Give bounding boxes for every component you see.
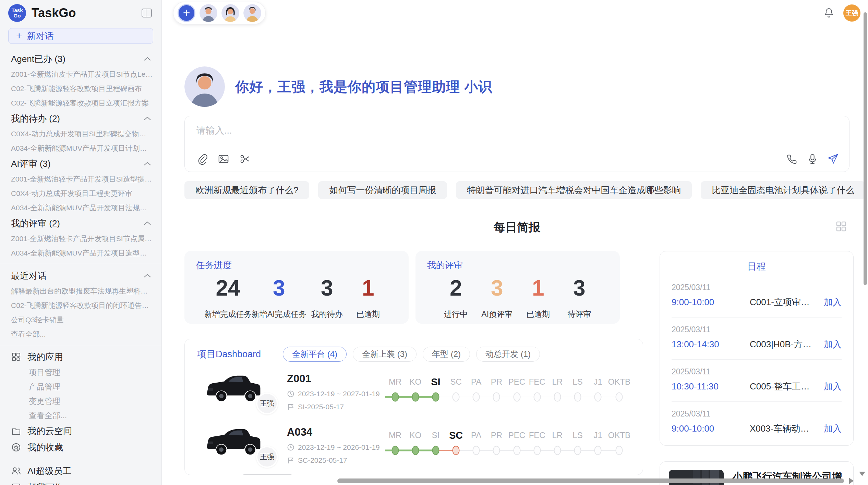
schedule-title: 日程	[672, 260, 842, 273]
app-shortcut-item[interactable]: 项目管理	[0, 365, 161, 380]
join-link[interactable]: 加入	[824, 296, 842, 308]
sidebar-conversation-item[interactable]: A034-全新新能源MUV产品开发项目法规符合性评审	[0, 201, 161, 215]
agent-avatar-3[interactable]	[243, 4, 261, 22]
sidebar-conversation-item[interactable]: Z001-全新燃油皮卡产品开发项目SI节点Lesson Learn报告	[0, 67, 161, 82]
add-agent-button[interactable]: +	[178, 4, 195, 22]
stat-card: 我的评审 2 进行中 3	[415, 251, 620, 324]
dashboard-tab[interactable]: 全新平台 (4)	[283, 347, 347, 362]
my-apps-label: 我的应用	[27, 351, 63, 363]
dashboard-tab[interactable]: 动总开发 (1)	[476, 347, 540, 362]
recent-conversation-item[interactable]: 解释最新出台的欧盟报废车法规再生塑料比例被调至15%...	[0, 284, 161, 298]
phone-icon[interactable]	[786, 153, 798, 165]
sidebar-conversation-item[interactable]: C0X4-动力总成开发项目工程变更评审	[0, 186, 161, 201]
suggestion-chip[interactable]: 特朗普可能对进口汽车增税会对中国车企造成哪些影响	[456, 181, 692, 199]
sidebar-conversation-item[interactable]: C0X4-动力总成开发项目SI里程碑提交物检查	[0, 127, 161, 141]
logo-text-top: Task	[11, 8, 23, 13]
join-link[interactable]: 加入	[824, 338, 842, 350]
stat-value: 3	[252, 275, 306, 301]
stat-value: 3	[477, 275, 518, 301]
milestone-dot	[432, 393, 439, 402]
recent-conversation-item[interactable]: C02-飞腾新能源轻客改款项目的闭环通告反馈情况	[0, 298, 161, 313]
sidebar-section-header[interactable]: 我的评审 (2)	[0, 215, 161, 232]
join-link[interactable]: 加入	[824, 423, 842, 435]
cloud-space-label: 我的云空间	[27, 425, 72, 437]
image-icon[interactable]	[218, 153, 229, 165]
dashboard-tab[interactable]: 全新上装 (3)	[353, 347, 417, 362]
stat-label: 已逾期	[348, 309, 389, 320]
send-icon[interactable]	[827, 153, 839, 165]
sidebar-section-recent[interactable]: 最近对话	[0, 268, 161, 284]
schedule-entry: 2025/03/11 13:00-14:30 C003|H0B-方案冻结评审 加…	[672, 317, 842, 359]
milestone-stage: KO	[405, 374, 425, 404]
microphone-icon[interactable]	[807, 153, 818, 165]
horizontal-scrollbar[interactable]	[337, 478, 844, 483]
stat: 2 进行中	[435, 275, 477, 320]
attachment-icon[interactable]	[196, 153, 208, 165]
project-row[interactable]: 王强 Z001 2023-12-19 ~ 2027-01-19	[197, 371, 630, 412]
app-shortcut-item[interactable]: 产品管理	[0, 380, 161, 394]
sidebar-section-header[interactable]: Agent已办 (3)	[0, 51, 161, 67]
composer	[184, 116, 849, 172]
new-chat-button[interactable]: + 新对话	[8, 28, 153, 44]
sidebar-conversation-item[interactable]: Z001-全新燃油轻卡产品开发项目SI节点属性5D文件评审	[0, 232, 161, 246]
scroll-right-arrow[interactable]	[849, 478, 854, 484]
schedule-entry: 2025/03/11 9:00-10:00 X003-车辆动力学性能验... 加…	[672, 401, 842, 444]
recent-conversation-item[interactable]: 公司Q3轻卡销量	[0, 313, 161, 327]
recent-conversation-item[interactable]: 查看全部...	[0, 327, 161, 341]
scissors-icon[interactable]	[239, 153, 251, 165]
sidebar-conversation-item[interactable]: A034-全新新能源MUV产品开发项目造型可行性评审	[0, 246, 161, 260]
milestone-track: MR	[385, 371, 630, 404]
app-title: TaskGo	[32, 6, 141, 20]
agent-avatar-2[interactable]	[221, 4, 239, 22]
schedule-name: C005-整车工程目标评审	[750, 381, 818, 393]
section-title: 我的评审 (2)	[11, 217, 60, 229]
sidebar-item-my-apps[interactable]: 我的应用	[0, 349, 161, 365]
project-row[interactable]: 王强 A034 2023-12-19 ~ 2026-01-19	[197, 425, 630, 465]
agent-avatar-1[interactable]	[200, 4, 217, 22]
folder-icon	[11, 426, 21, 436]
schedule-time: 13:00-14:30	[672, 339, 750, 350]
notification-bell-icon[interactable]	[823, 7, 834, 19]
suggestion-chip[interactable]: 如何写一份清晰的项目周报	[318, 181, 447, 199]
sidebar-item-help-me-write[interactable]: 帮我写作	[0, 479, 161, 485]
sidebar-conversation-item[interactable]: A034-全新新能源MUV产品开发项目计划变更表编写	[0, 141, 161, 156]
layout-grid-icon[interactable]	[835, 220, 847, 233]
vertical-scrollbar[interactable]	[864, 12, 867, 285]
scroll-down-arrow[interactable]	[859, 472, 865, 476]
sidebar-section-header[interactable]: AI评审 (3)	[0, 156, 161, 172]
top-right-controls: 王强	[823, 4, 860, 22]
app-shortcut-item[interactable]: 查看全部...	[0, 408, 161, 423]
suggestion-chip[interactable]: 比亚迪全固态电池计划具体说了什么	[701, 181, 865, 199]
milestone-label: SI	[425, 374, 446, 390]
agent-pill: +	[173, 2, 266, 24]
suggestion-chip[interactable]: 欧洲新规最近颁布了什么?	[184, 181, 309, 199]
milestone-dot	[594, 446, 602, 455]
chat-input[interactable]	[196, 124, 837, 146]
milestone-dot	[493, 393, 500, 402]
milestone-stage: LS	[567, 374, 588, 404]
collapse-sidebar-icon[interactable]	[141, 8, 153, 18]
sidebar-conversation-item[interactable]: C02-飞腾新能源轻客改款项目里程碑画布	[0, 82, 161, 96]
stat: 3 待评审	[559, 275, 600, 320]
sidebar-item-ai-super-staff[interactable]: AI超级员工	[0, 463, 161, 479]
composer-right-icons	[786, 153, 839, 165]
join-link[interactable]: 加入	[824, 381, 842, 393]
greeting-row: 你好，王强，我是你的项目管理助理 小识	[184, 66, 849, 107]
sidebar-conversation-item[interactable]: Z001-全新燃油轻卡产品开发项目SI造型提交物评审	[0, 172, 161, 186]
help-me-write-label: 帮我写作	[27, 482, 63, 485]
milestone-dot	[453, 446, 460, 455]
app-shortcut-item[interactable]: 变更管理	[0, 394, 161, 408]
sidebar-conversation-item[interactable]: C02-飞腾新能源轻客改款项目立项汇报方案	[0, 96, 161, 110]
user-avatar[interactable]: 王强	[843, 4, 860, 22]
next-project-peek	[242, 474, 293, 475]
sidebar-item-cloud-space[interactable]: 我的云空间	[0, 423, 161, 439]
dashboard-tab[interactable]: 年型 (2)	[423, 347, 470, 362]
stat: 1 已逾期	[348, 275, 389, 320]
sidebar-section-header[interactable]: 我的待办 (2)	[0, 110, 161, 127]
stat-label: 进行中	[435, 309, 477, 320]
milestone-label: KO	[405, 374, 425, 390]
clock-icon	[287, 390, 294, 398]
project-image: 王强	[205, 371, 278, 406]
sidebar-item-favorites[interactable]: 我的收藏	[0, 439, 161, 456]
milestone-stage: PR	[486, 374, 507, 404]
